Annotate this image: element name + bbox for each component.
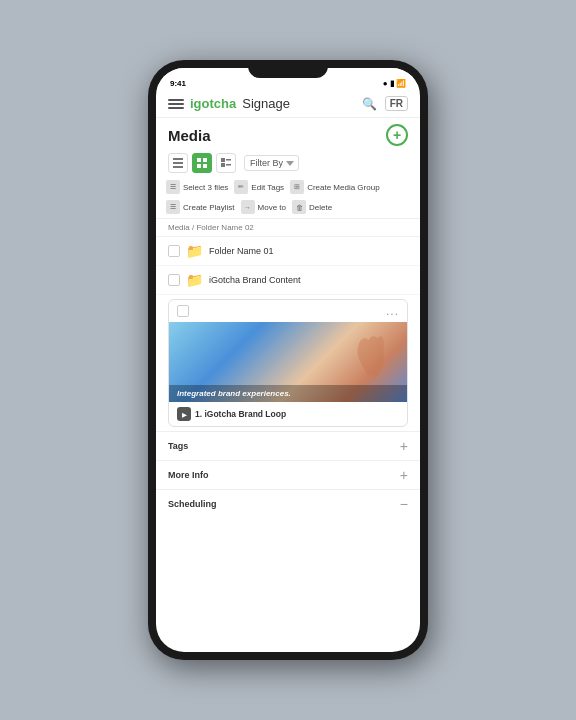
create-media-group-action[interactable]: ⊞ Create Media Group bbox=[290, 180, 379, 194]
checkbox-folder1[interactable] bbox=[168, 245, 180, 257]
scheduling-expand-icon: − bbox=[400, 496, 408, 512]
scheduling-section[interactable]: Scheduling − bbox=[156, 489, 420, 518]
list-item[interactable]: 📁 iGotcha Brand Content bbox=[156, 266, 420, 295]
svg-rect-6 bbox=[203, 164, 207, 168]
more-info-section[interactable]: More Info + bbox=[156, 460, 420, 489]
status-time: 9:41 bbox=[170, 79, 186, 88]
create-playlist-action[interactable]: ☰ Create Playlist bbox=[166, 200, 235, 214]
media-title-text: 1. iGotcha Brand Loop bbox=[195, 409, 286, 419]
view-list-btn[interactable] bbox=[168, 153, 188, 173]
create-playlist-icon: ☰ bbox=[166, 200, 180, 214]
svg-rect-10 bbox=[226, 164, 231, 166]
folder-icon: 📁 bbox=[186, 272, 203, 288]
media-card-header: ... bbox=[169, 300, 407, 322]
hamburger-icon[interactable] bbox=[168, 99, 184, 109]
select-files-icon: ☰ bbox=[166, 180, 180, 194]
folder-icon: 📁 bbox=[186, 243, 203, 259]
file-list: 📁 Folder Name 01 📁 iGotcha Brand Content… bbox=[156, 237, 420, 652]
header-actions: 🔍 FR bbox=[362, 96, 408, 111]
delete-label: Delete bbox=[309, 203, 332, 212]
phone-screen: 9:41 ● ▮ 📶 igotcha Signage 🔍 FR Media + bbox=[156, 68, 420, 652]
hand-decoration bbox=[347, 332, 387, 382]
phone-shell: 9:41 ● ▮ 📶 igotcha Signage 🔍 FR Media + bbox=[148, 60, 428, 660]
delete-action[interactable]: 🗑 Delete bbox=[292, 200, 332, 214]
app-header: igotcha Signage 🔍 FR bbox=[156, 90, 420, 118]
filter-select[interactable]: Filter By bbox=[244, 155, 299, 171]
create-media-group-label: Create Media Group bbox=[307, 183, 379, 192]
media-card: ... Integrated brand experiences. ▶ 1. i… bbox=[168, 299, 408, 427]
tags-label: Tags bbox=[168, 441, 188, 451]
move-to-action[interactable]: → Move to bbox=[241, 200, 286, 214]
media-overlay-text: Integrated brand experiences. bbox=[169, 385, 407, 402]
create-media-group-icon: ⊞ bbox=[290, 180, 304, 194]
brand-suffix: Signage bbox=[242, 96, 290, 111]
tags-expand-icon: + bbox=[400, 438, 408, 454]
svg-rect-9 bbox=[221, 163, 225, 167]
media-title: ▶ 1. iGotcha Brand Loop bbox=[169, 402, 407, 426]
tags-section[interactable]: Tags + bbox=[156, 431, 420, 460]
select-files-label: Select 3 files bbox=[183, 183, 228, 192]
checkbox-media-card[interactable] bbox=[177, 305, 189, 317]
section-header: Media + bbox=[156, 118, 420, 150]
action-bar: ☰ Select 3 files ✏ Edit Tags ⊞ Create Me… bbox=[156, 176, 420, 219]
svg-rect-1 bbox=[173, 162, 183, 164]
status-icons: ● ▮ 📶 bbox=[383, 79, 406, 88]
media-thumbnail: Integrated brand experiences. bbox=[169, 322, 407, 402]
search-icon[interactable]: 🔍 bbox=[362, 97, 377, 111]
svg-rect-0 bbox=[173, 158, 183, 160]
scheduling-label: Scheduling bbox=[168, 499, 217, 509]
view-detail-btn[interactable] bbox=[216, 153, 236, 173]
delete-icon: 🗑 bbox=[292, 200, 306, 214]
create-playlist-label: Create Playlist bbox=[183, 203, 235, 212]
svg-rect-3 bbox=[197, 158, 201, 162]
checkbox-folder2[interactable] bbox=[168, 274, 180, 286]
notch bbox=[248, 60, 328, 78]
more-info-label: More Info bbox=[168, 470, 209, 480]
play-icon: ▶ bbox=[177, 407, 191, 421]
svg-rect-5 bbox=[197, 164, 201, 168]
breadcrumb: Media / Folder Name 02 bbox=[156, 219, 420, 237]
svg-rect-4 bbox=[203, 158, 207, 162]
move-to-label: Move to bbox=[258, 203, 286, 212]
edit-tags-icon: ✏ bbox=[234, 180, 248, 194]
language-badge[interactable]: FR bbox=[385, 96, 408, 111]
select-files-action[interactable]: ☰ Select 3 files bbox=[166, 180, 228, 194]
dots-menu[interactable]: ... bbox=[386, 304, 399, 318]
view-grid-btn[interactable] bbox=[192, 153, 212, 173]
svg-rect-2 bbox=[173, 166, 183, 168]
move-to-icon: → bbox=[241, 200, 255, 214]
file-name-folder2: iGotcha Brand Content bbox=[209, 275, 301, 285]
add-button[interactable]: + bbox=[386, 124, 408, 146]
brand-name: igotcha bbox=[190, 96, 236, 111]
edit-tags-action[interactable]: ✏ Edit Tags bbox=[234, 180, 284, 194]
svg-rect-7 bbox=[221, 158, 225, 162]
list-item[interactable]: 📁 Folder Name 01 bbox=[156, 237, 420, 266]
edit-tags-label: Edit Tags bbox=[251, 183, 284, 192]
toolbar: Filter By bbox=[156, 150, 420, 176]
section-title: Media bbox=[168, 127, 211, 144]
more-info-expand-icon: + bbox=[400, 467, 408, 483]
file-name-folder1: Folder Name 01 bbox=[209, 246, 274, 256]
svg-rect-8 bbox=[226, 159, 231, 161]
